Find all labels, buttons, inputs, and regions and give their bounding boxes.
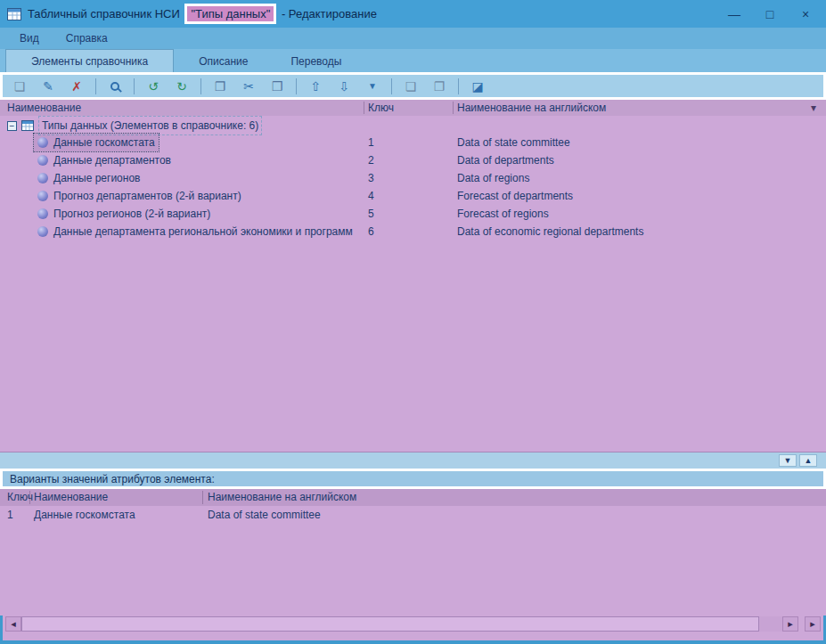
copy-button[interactable]: ❐ (209, 77, 232, 96)
attribute-name: Данные госкомстата (34, 506, 135, 524)
column-separator (29, 491, 30, 504)
tab-bar: Элементы справочника Описание Переводы (0, 49, 826, 72)
column-separator (202, 491, 203, 504)
title-bar: Табличный справочник НСИ "Типы данных" -… (0, 0, 826, 28)
toolbar-separator (296, 78, 297, 94)
toolbar-separator (134, 78, 135, 94)
scrollbar-thumb[interactable] (21, 616, 759, 632)
scrollbar-track[interactable] (21, 616, 782, 632)
search-icon (110, 82, 119, 91)
window-border-bottom (0, 640, 826, 644)
scroll-left-button[interactable]: ◂ (5, 616, 21, 632)
toolbar-separator (200, 78, 201, 94)
title-highlight-annotation: "Типы данных" (184, 4, 276, 24)
element-name-en: Forecast of regions (457, 205, 549, 223)
element-key: 4 (368, 187, 374, 205)
attribute-values-grid: Ключ Наименование Наименование на англий… (0, 489, 826, 615)
attribute-values-grid-header: Ключ Наименование Наименование на англий… (0, 489, 826, 506)
element-key: 3 (368, 169, 374, 187)
column-separator (364, 102, 364, 114)
element-name-en: Data of departments (457, 151, 554, 169)
copy-page-button[interactable]: ❏ (399, 77, 422, 96)
element-bullet-icon (37, 226, 48, 237)
splitter-collapse-button[interactable]: ▼ (779, 454, 797, 467)
column-header-name-en[interactable]: Наименование на английском (457, 100, 606, 116)
element-name: Данные регионов (53, 169, 140, 187)
element-key: 1 (368, 134, 374, 151)
element-bullet-icon (37, 191, 48, 201)
menu-item-view[interactable]: Вид (14, 30, 45, 46)
table-row[interactable]: Данные департаментов 2 Data of departmen… (0, 151, 826, 169)
element-name-en: Data of economic regional departments (457, 223, 643, 240)
tab-description[interactable]: Описание (181, 51, 266, 72)
window-title-prefix: Табличный справочник НСИ (28, 7, 183, 20)
tree-root-row[interactable]: − Типы данных (Элементов в справочнике: … (0, 116, 826, 134)
window-title-suffix: - Редактирование (278, 7, 377, 20)
element-name: Прогноз регионов (2-й вариант) (53, 205, 210, 223)
column-header-key[interactable]: Ключ (368, 100, 394, 116)
element-name-en: Data of regions (457, 169, 529, 187)
element-name-en: Data of state committee (457, 134, 570, 151)
tab-translations[interactable]: Переводы (273, 51, 359, 72)
cut-button[interactable]: ✂ (237, 77, 260, 96)
clear-button[interactable]: ◪ (466, 77, 489, 96)
scroll-right-button-2[interactable]: ▸ (805, 616, 821, 632)
app-window: Табличный справочник НСИ "Типы данных" -… (0, 0, 826, 644)
search-button[interactable] (103, 77, 127, 96)
refresh-button[interactable]: ↻ (170, 77, 193, 96)
column-chooser-button[interactable]: ▾ (806, 100, 821, 116)
table-row[interactable]: Прогноз регионов (2-й вариант) 5 Forecas… (0, 205, 826, 223)
sync-button[interactable]: ↺ (142, 77, 165, 96)
maximize-button[interactable]: □ (756, 4, 783, 24)
table-row[interactable]: Данные госкомстата 1 Data of state commi… (0, 134, 826, 151)
attributes-panel-title: Варианты значений атрибутов элемента: (10, 473, 215, 485)
splitter-bar[interactable]: ▼ ▲ (0, 452, 826, 469)
dictionary-table-icon (21, 120, 34, 131)
horizontal-scrollbar: ◂ ▸ ▸ (5, 615, 821, 632)
element-name: Данные госкомстата (53, 134, 155, 151)
column-header-name[interactable]: Наименование (34, 489, 108, 506)
table-row[interactable]: Прогноз департаментов (2-й вариант) 4 Fo… (0, 187, 826, 205)
window-title: Табличный справочник НСИ "Типы данных" -… (28, 4, 377, 24)
column-header-name[interactable]: Наименование (7, 100, 81, 116)
toolbar-separator (458, 78, 459, 94)
element-bullet-icon (37, 173, 48, 183)
menu-bar: Вид Справка (0, 28, 826, 49)
elements-grid-header: Наименование Ключ Наименование на англий… (0, 100, 826, 116)
delete-element-button[interactable]: ✗ (65, 77, 88, 96)
table-row[interactable]: 1 Данные госкомстата Data of state commi… (0, 506, 826, 524)
table-row[interactable]: Данные регионов 3 Data of regions (0, 169, 826, 187)
tree-root-label: Типы данных (Элементов в справочнике: 6) (38, 116, 262, 135)
element-name-en: Forecast of departments (457, 187, 573, 205)
close-button[interactable]: × (792, 4, 819, 24)
paste-button[interactable]: ❒ (266, 77, 289, 96)
element-name: Прогноз департаментов (2-й вариант) (53, 187, 241, 205)
attributes-panel-title-annotation: Варианты значений атрибутов элемента: (0, 469, 826, 489)
add-element-button[interactable]: ❏ (8, 77, 31, 96)
app-icon (7, 8, 21, 20)
toolbar-separator (95, 78, 96, 94)
attribute-key: 1 (7, 506, 13, 524)
paste-page-button[interactable]: ❐ (428, 77, 451, 96)
element-key: 5 (368, 205, 374, 223)
minimize-button[interactable]: — (721, 4, 748, 24)
element-name: Данные департаментов (53, 151, 171, 169)
tab-dictionary-elements[interactable]: Элементы справочника (5, 49, 174, 72)
edit-element-button[interactable]: ✎ (37, 77, 60, 96)
column-header-name-en[interactable]: Наименование на английском (208, 489, 356, 506)
scroll-right-button[interactable]: ▸ (782, 616, 798, 632)
tree-collapse-toggle[interactable]: − (7, 121, 17, 131)
toolbar-separator (391, 78, 392, 94)
filter-button[interactable]: ▼ (361, 77, 384, 96)
element-bullet-icon (37, 208, 48, 219)
menu-item-help[interactable]: Справка (61, 30, 113, 46)
splitter-expand-button[interactable]: ▲ (799, 454, 817, 467)
element-key: 6 (368, 223, 374, 240)
window-controls: — □ × (712, 4, 819, 24)
element-bullet-icon (37, 155, 48, 166)
element-name: Данные департамента региональной экономи… (53, 223, 353, 240)
attribute-name-en: Data of state committee (208, 506, 321, 524)
move-down-button[interactable]: ⇩ (332, 77, 356, 96)
table-row[interactable]: Данные департамента региональной экономи… (0, 223, 826, 240)
move-up-button[interactable]: ⇧ (304, 77, 327, 96)
